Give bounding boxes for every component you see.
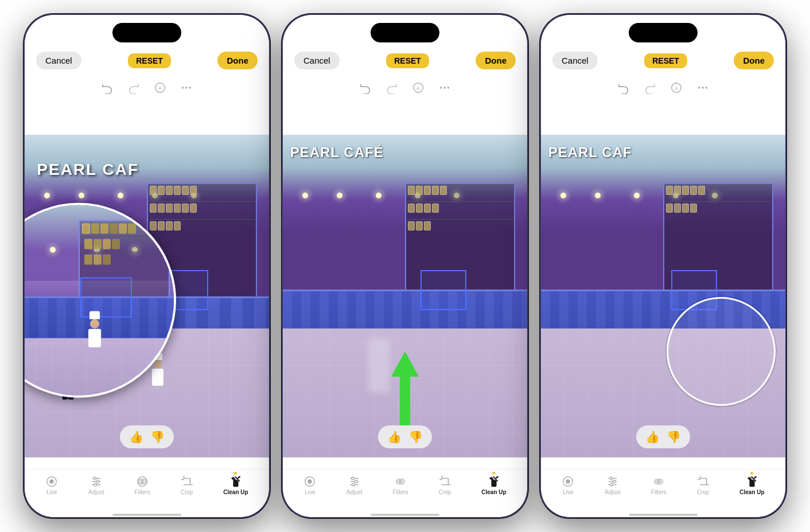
jar [698, 186, 705, 195]
jar [182, 186, 189, 195]
jar [432, 186, 439, 195]
svg-point-33 [698, 87, 700, 89]
thumbs-up-1[interactable]: 👍 [129, 430, 143, 444]
toolbar-live-3[interactable]: Live [562, 475, 574, 495]
zoom-jar [94, 255, 102, 265]
toolbar-cleanup-3[interactable]: Clean Up [739, 475, 764, 495]
toolbar-crop-1[interactable]: Crop [181, 475, 193, 495]
crop-icon-1 [181, 475, 193, 488]
auto-icon-2[interactable]: A [409, 79, 427, 97]
dynamic-island-3 [629, 23, 698, 42]
zoom-jar [84, 255, 92, 265]
done-button-1[interactable]: Done [217, 52, 258, 69]
zoom-jar [119, 224, 127, 234]
cleanup-label-1: Clean Up [223, 489, 248, 495]
toolbar-filters-2[interactable]: Filters [393, 475, 408, 495]
svg-point-2 [182, 87, 184, 89]
toolbar-filters-3[interactable]: Filters [651, 475, 667, 495]
cancel-button-3[interactable]: Cancel [552, 52, 598, 69]
bottom-indicator-1 [25, 513, 269, 517]
redo-icon-3[interactable] [641, 79, 659, 97]
thumbs-down-1[interactable]: 👎 [150, 430, 165, 444]
svg-point-34 [702, 87, 704, 89]
thumbs-up-3[interactable]: 👍 [645, 430, 660, 444]
filters-label-3: Filters [651, 489, 667, 495]
toolbar-adjust-1[interactable]: Adjust [88, 475, 104, 495]
filters-label-2: Filters [393, 489, 408, 495]
jar [440, 186, 447, 195]
svg-point-15 [141, 479, 146, 484]
phone-screen-2: Cancel RESET Done [283, 15, 527, 517]
bottom-whitespace-3 [541, 457, 785, 469]
auto-icon-1[interactable]: A [151, 79, 169, 97]
jar [408, 186, 415, 195]
home-indicator-3 [629, 514, 698, 516]
adjust-label-3: Adjust [605, 489, 621, 495]
svg-point-35 [706, 87, 708, 89]
done-button-3[interactable]: Done [734, 52, 774, 69]
reset-button-1[interactable]: RESET [128, 53, 171, 68]
zoom-jar [103, 255, 111, 265]
more-icon-1[interactable] [177, 79, 196, 97]
jar [174, 186, 181, 195]
thumbs-down-2[interactable]: 👎 [408, 430, 423, 444]
arrow-head-2 [391, 351, 419, 377]
phone-screen-1: Cancel RESET Done [25, 15, 269, 517]
svg-point-26 [355, 480, 357, 483]
toolbar-crop-2[interactable]: Crop [439, 475, 451, 495]
more-icon-3[interactable] [694, 79, 712, 97]
crop-icon-3 [697, 475, 710, 488]
toolbar-cleanup-1[interactable]: Clean Up [223, 475, 248, 495]
zoom-jar [112, 239, 120, 249]
zoom-jar [94, 239, 102, 249]
undo-icon-1[interactable] [98, 79, 116, 97]
selection-circle-3[interactable] [667, 297, 776, 406]
feedback-row-1: 👍 👎 [120, 425, 174, 448]
undo-icon-2[interactable] [356, 79, 375, 97]
cancel-button-2[interactable]: Cancel [294, 52, 340, 69]
toolbar-adjust-3[interactable]: Adjust [605, 475, 621, 495]
reset-button-3[interactable]: RESET [644, 53, 687, 68]
svg-point-43 [610, 483, 613, 486]
undo-icon-3[interactable] [614, 79, 633, 97]
zoom-jar [91, 224, 99, 234]
cleanup-icon-2 [488, 475, 500, 488]
toolbar-crop-3[interactable]: Crop [697, 475, 710, 495]
live-icon-3 [562, 475, 574, 488]
bottom-indicator-2 [283, 513, 527, 517]
redo-icon-2[interactable] [383, 79, 401, 97]
dynamic-island-1 [112, 23, 181, 42]
thumbs-down-3[interactable]: 👎 [667, 430, 681, 444]
redo-icon-1[interactable] [124, 79, 143, 97]
auto-icon-3[interactable]: A [667, 79, 686, 97]
jar [416, 204, 423, 213]
zoom-jar [100, 224, 108, 234]
svg-point-20 [447, 87, 450, 89]
toolbar-filters-1[interactable]: Filters [135, 475, 150, 495]
more-icon-2[interactable] [435, 79, 454, 97]
jar [674, 186, 681, 195]
toolbar-adjust-2[interactable]: Adjust [346, 475, 363, 495]
thumbs-up-2[interactable]: 👍 [387, 430, 402, 444]
jar [666, 204, 673, 213]
toolbar-cleanup-2[interactable]: Clean Up [481, 475, 506, 495]
selection-box-2 [420, 270, 466, 310]
svg-point-24 [352, 477, 355, 480]
top-whitespace-3 [541, 100, 785, 135]
svg-point-10 [96, 480, 99, 483]
live-label-2: Live [305, 489, 315, 495]
jar [150, 186, 157, 195]
live-label-3: Live [563, 489, 573, 495]
done-button-2[interactable]: Done [476, 52, 516, 69]
app-container: Cancel RESET Done [12, 2, 798, 530]
feedback-row-3: 👍 👎 [636, 425, 690, 448]
toolbar-live-1[interactable]: Live [45, 475, 58, 495]
tools-bar-2: A [283, 75, 527, 100]
zoom-jar [84, 239, 92, 249]
jar [416, 186, 423, 195]
reset-button-2[interactable]: RESET [386, 53, 429, 68]
adjust-label-1: Adjust [88, 489, 104, 495]
toolbar-live-2[interactable]: Live [303, 475, 316, 495]
cancel-button-1[interactable]: Cancel [36, 52, 81, 69]
zoom-scene-1: CAF [25, 205, 174, 395]
